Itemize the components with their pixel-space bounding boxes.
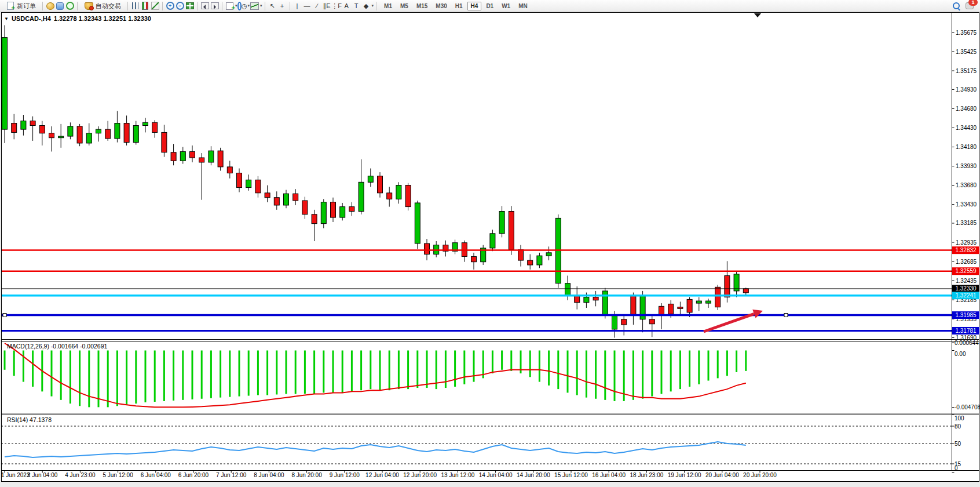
- macd-histogram-bar: [557, 351, 559, 390]
- macd-histogram-bar: [192, 351, 193, 399]
- price-tick-label: 1.32685: [956, 259, 977, 265]
- macd-histogram-bar: [492, 351, 493, 374]
- macd-histogram-bar: [154, 351, 156, 402]
- macd-histogram-bar: [286, 351, 287, 394]
- price-tick-label: 1.33680: [956, 182, 977, 188]
- time-axis-label: 1 Jun 2023: [1, 472, 30, 478]
- time-axis-label: 4 Jun 23:00: [65, 472, 96, 478]
- macd-histogram-bar: [210, 351, 212, 398]
- price-tick-label: 1.33185: [956, 220, 977, 226]
- macd-histogram-bar: [679, 351, 681, 390]
- macd-histogram-bar: [614, 351, 616, 401]
- macd-histogram-bar: [604, 351, 606, 400]
- price-chart-canvas[interactable]: 1.356751.354251.351751.349301.346801.344…: [0, 0, 980, 487]
- macd-histogram-bar: [295, 351, 297, 394]
- macd-histogram-bar: [4, 351, 6, 370]
- macd-histogram-bar: [239, 351, 240, 397]
- macd-histogram-bar: [229, 351, 231, 397]
- rsi-axis-label: 80: [955, 423, 961, 430]
- candle: [321, 199, 326, 228]
- time-axis-label: 6 Jun 04:00: [141, 472, 171, 478]
- price-tick-label: 1.34180: [956, 144, 977, 150]
- macd-histogram-bar: [32, 351, 34, 387]
- line-handle[interactable]: [3, 314, 6, 317]
- macd-histogram-bar: [201, 351, 203, 399]
- macd-histogram-bar: [360, 351, 362, 391]
- price-badge-label: 1.32330: [955, 285, 977, 292]
- price-tick-label: 1.33930: [956, 163, 977, 169]
- price-tick-label: 1.35175: [956, 68, 977, 74]
- macd-histogram-bar: [501, 351, 503, 370]
- candle: [509, 206, 514, 255]
- time-axis-label: 8 Jun 04:00: [254, 472, 284, 478]
- macd-histogram-bar: [510, 351, 512, 371]
- price-badge-label: 1.32241: [955, 292, 977, 299]
- macd-histogram-bar: [107, 351, 109, 408]
- macd-histogram-bar: [595, 351, 597, 399]
- symbol-label: USDCAD-,H4: [12, 15, 51, 22]
- macd-histogram-bar: [745, 351, 747, 371]
- macd-histogram-bar: [717, 351, 719, 379]
- macd-histogram-bar: [539, 351, 540, 382]
- macd-histogram-bar: [642, 351, 643, 399]
- macd-histogram-bar: [313, 351, 315, 394]
- symbol-dropdown-icon[interactable]: ▼: [4, 16, 9, 21]
- macd-histogram-bar: [126, 351, 127, 405]
- macd-histogram-bar: [332, 351, 334, 393]
- rsi-axis-label: 100: [955, 415, 964, 421]
- time-axis-label: 18 Jun 23:00: [630, 472, 663, 478]
- macd-histogram-bar: [463, 351, 465, 384]
- macd-histogram-bar: [135, 351, 137, 404]
- price-badge-label: 1.32559: [955, 268, 977, 274]
- macd-histogram-bar: [389, 351, 390, 391]
- macd-histogram-bar: [248, 351, 250, 396]
- candle: [415, 201, 420, 249]
- macd-histogram-bar: [632, 351, 634, 400]
- macd-histogram-bar: [182, 351, 184, 400]
- macd-histogram-bar: [266, 351, 268, 395]
- price-tick-label: 1.34930: [956, 86, 977, 93]
- time-axis-label: 15 Jun 12:00: [554, 472, 588, 478]
- rsi-axis-label: 50: [955, 441, 961, 447]
- macd-histogram-bar: [726, 351, 728, 376]
- macd-histogram-bar: [736, 351, 737, 372]
- time-axis-label: 19 Jun 12:00: [668, 472, 701, 478]
- time-axis-label: 2 Jun 04:00: [27, 472, 58, 478]
- macd-histogram-bar: [576, 351, 578, 395]
- macd-histogram-bar: [116, 351, 118, 406]
- macd-histogram-bar: [220, 351, 221, 398]
- rsi-indicator-label: RSI(14) 47.1378: [7, 416, 52, 423]
- trading-terminal-window: + 新订单 自动交易 +−+▾◷▾▾↖+|—∕∥E⋮FAT◆▾ M1M5M15M…: [0, 0, 980, 487]
- price-tick-label: 1.32435: [956, 278, 977, 284]
- macd-axis-label: 0.00: [955, 351, 966, 357]
- macd-histogram-bar: [708, 351, 710, 381]
- candle: [77, 124, 82, 146]
- macd-histogram-bar: [407, 351, 409, 390]
- macd-histogram-bar: [60, 351, 62, 400]
- price-badge-label: 1.32832: [955, 247, 977, 253]
- time-axis-label: 20 Jun 20:00: [743, 472, 777, 478]
- time-axis-label: 5 Jun 12:00: [103, 472, 133, 478]
- time-axis-label: 20 Jun 04:00: [705, 472, 739, 478]
- macd-histogram-bar: [689, 351, 690, 387]
- candle: [405, 183, 411, 211]
- macd-histogram-bar: [257, 351, 259, 395]
- time-axis-label: 14 Jun 04:00: [479, 472, 513, 478]
- macd-axis-label: -0.004708: [955, 404, 980, 410]
- macd-histogram-bar: [351, 351, 353, 392]
- time-axis-label: 12 Jun 04:00: [365, 472, 399, 478]
- time-axis-label: 7 Jun 12:00: [216, 472, 247, 478]
- macd-histogram-bar: [145, 351, 147, 403]
- rsi-axis-label: 0: [955, 465, 958, 471]
- line-handle[interactable]: [784, 314, 788, 317]
- candle: [481, 245, 486, 265]
- macd-histogram-bar: [529, 351, 531, 377]
- macd-histogram-bar: [23, 351, 24, 382]
- macd-histogram-bar: [548, 351, 550, 386]
- time-axis-label: 8 Jun 20:00: [291, 472, 322, 478]
- macd-indicator-label: MACD(12,26,9) -0.001664 -0.002691: [7, 343, 107, 350]
- macd-histogram-bar: [586, 351, 587, 398]
- price-badge-label: 1.31781: [955, 328, 977, 334]
- macd-histogram-bar: [379, 351, 381, 391]
- macd-histogram-bar: [670, 351, 672, 392]
